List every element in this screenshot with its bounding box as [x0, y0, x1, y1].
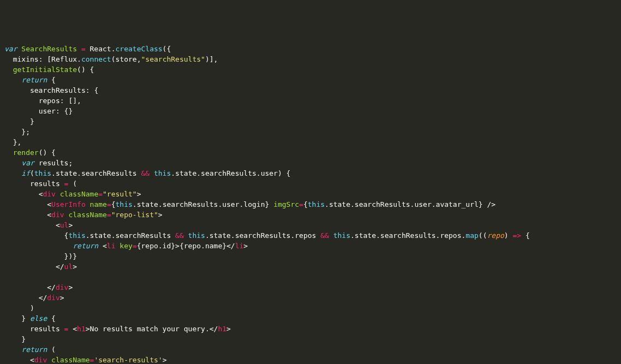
code-line: results = <h1>No results match your quer… — [4, 325, 231, 333]
code-line: } — [4, 117, 34, 126]
code-line: <ul> — [4, 221, 73, 229]
code-line: <div className='search-results'> — [4, 356, 166, 364]
code-line: <div className="result"> — [4, 190, 141, 198]
code-line: ) — [4, 304, 34, 312]
code-line: results = ( — [4, 180, 77, 188]
code-line: var SearchResults = React.createClass({ — [4, 45, 171, 53]
code-line: return ( — [4, 345, 56, 354]
code-line: {this.state.searchResults && this.state.… — [4, 231, 530, 240]
code-line: repos: [], — [4, 97, 81, 105]
code-line: </div> — [4, 283, 73, 291]
code-line: } — [4, 335, 26, 343]
code-line: if(this.state.searchResults && this.stat… — [4, 169, 290, 177]
code-line: var results; — [4, 159, 73, 167]
code-line: }; — [4, 128, 30, 136]
code-line: }, — [4, 138, 21, 146]
code-line: searchResults: { — [4, 86, 98, 94]
code-line: getInitialState() { — [4, 65, 94, 74]
code-line: })} — [4, 252, 77, 260]
code-line: <UserInfo name={this.state.searchResults… — [4, 200, 495, 208]
code-line: user: {} — [4, 107, 73, 115]
code-line: } else { — [4, 314, 56, 323]
code-line: return <li key={repo.id}>{repo.name}</li… — [4, 242, 248, 250]
code-line: </ul> — [4, 262, 77, 271]
code-line: <div className="repo-list"> — [4, 211, 163, 219]
code-line: </div> — [4, 294, 64, 302]
code-line: mixins: [Reflux.connect(store,"searchRes… — [4, 55, 218, 63]
code-line: return { — [4, 76, 56, 84]
code-editor[interactable]: var SearchResults = React.createClass({ … — [4, 44, 617, 364]
code-line: render() { — [4, 148, 56, 157]
